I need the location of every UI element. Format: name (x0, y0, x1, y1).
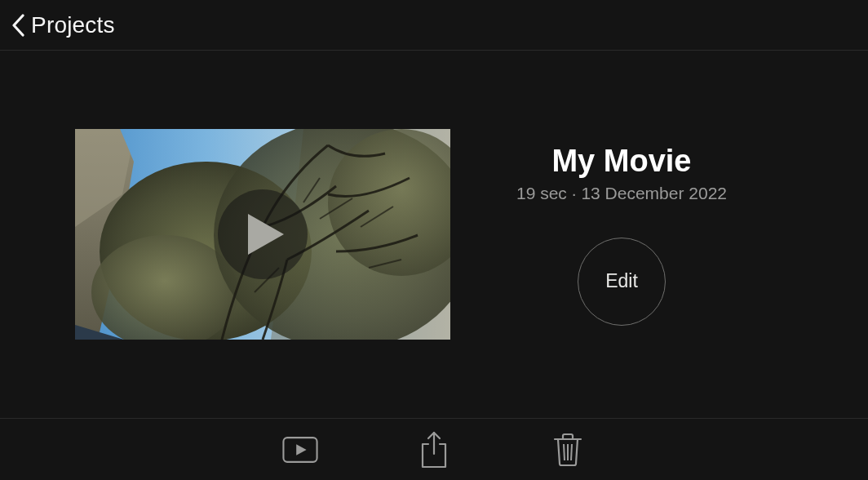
svg-line-14 (571, 444, 572, 460)
back-label: Projects (31, 12, 115, 38)
project-meta: 19 sec · 13 December 2022 (516, 184, 727, 203)
play-button[interactable] (218, 189, 308, 279)
svg-marker-9 (296, 444, 306, 455)
project-details: My Movie 19 sec · 13 December 2022 Edit (450, 144, 793, 326)
back-button[interactable]: Projects (11, 12, 115, 38)
project-title: My Movie (551, 144, 691, 179)
trash-icon (553, 433, 582, 467)
header-bar: Projects (0, 0, 868, 51)
share-button[interactable] (416, 433, 452, 466)
play-video-button[interactable] (282, 433, 318, 466)
delete-button[interactable] (550, 433, 586, 466)
svg-line-12 (564, 444, 565, 460)
svg-marker-7 (248, 214, 284, 255)
edit-button[interactable]: Edit (578, 238, 666, 326)
chevron-left-icon (11, 14, 26, 37)
edit-label: Edit (605, 270, 638, 292)
play-icon (248, 214, 284, 255)
bottom-toolbar (0, 418, 868, 480)
content-area: My Movie 19 sec · 13 December 2022 Edit (0, 51, 868, 418)
share-icon (419, 431, 449, 469)
project-thumbnail[interactable] (75, 129, 450, 340)
play-video-icon (282, 436, 318, 464)
